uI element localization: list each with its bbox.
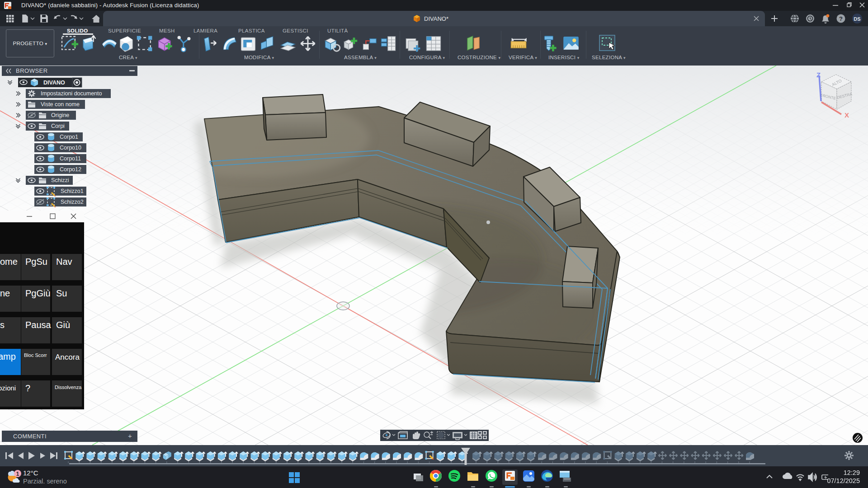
svg-text:Corpo12: Corpo12 [60,166,81,173]
svg-text:Origine: Origine [51,112,69,118]
svg-text:Corpi: Corpi [51,123,65,129]
svg-text:X: X [844,111,849,119]
svg-text:Corpo10: Corpo10 [60,145,81,151]
svg-text:Impostazioni documento: Impostazioni documento [41,90,102,97]
svg-text:Corpo11: Corpo11 [60,155,81,162]
svg-text:Schizzo2: Schizzo2 [61,199,84,205]
svg-text:DS: DS [854,16,860,22]
svg-text:Viste con nome: Viste con nome [41,101,80,108]
svg-text:Schizzi: Schizzi [51,177,69,183]
svg-text:Z: Z [816,71,821,79]
svg-text:Schizzo1: Schizzo1 [61,188,84,194]
svg-text:DIVANO: DIVANO [43,80,65,86]
svg-text:1: 1 [16,471,19,477]
svg-text:?: ? [839,15,843,22]
svg-text:Corpo1: Corpo1 [60,134,78,140]
